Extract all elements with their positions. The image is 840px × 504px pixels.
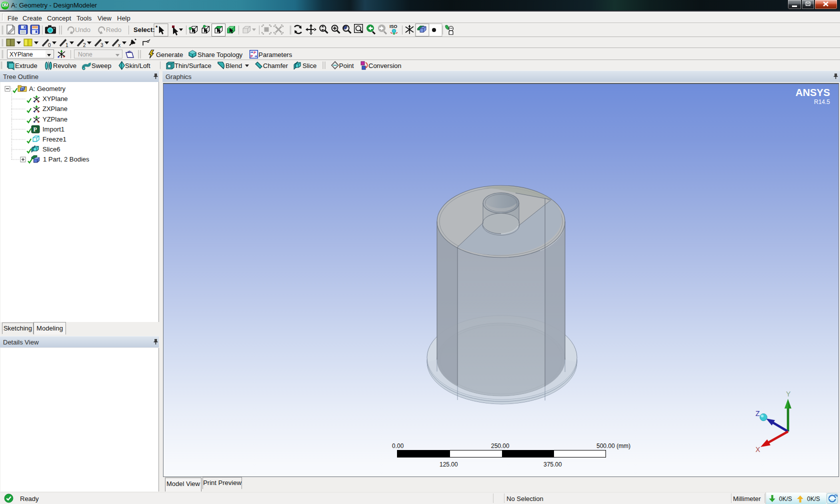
svg-text:P: P <box>254 50 256 55</box>
svg-text:P: P <box>34 126 37 133</box>
svg-text:2: 2 <box>83 42 86 48</box>
svg-text:ISO: ISO <box>390 24 398 29</box>
svg-text:3: 3 <box>100 42 104 48</box>
svg-text:1: 1 <box>66 42 68 48</box>
svg-text:P: P <box>250 54 253 58</box>
svg-text:0: 0 <box>48 42 51 48</box>
svg-text:Y: Y <box>786 390 791 398</box>
svg-text:X: X <box>756 446 760 454</box>
svg-text:*: * <box>156 24 158 30</box>
svg-text:Z: Z <box>756 410 760 418</box>
svg-text:x: x <box>118 42 120 48</box>
